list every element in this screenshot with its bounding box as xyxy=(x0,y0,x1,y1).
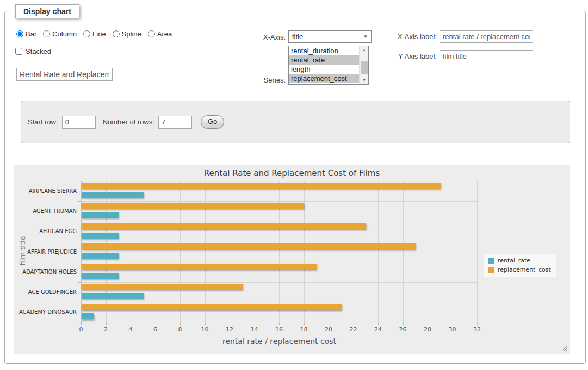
x-axis-title: rental rate / replacement cost xyxy=(81,337,478,346)
bar-replacement_cost-african-egg xyxy=(82,223,366,229)
x-axis-select[interactable]: title ▼ xyxy=(288,30,372,43)
x-tick-label: 30 xyxy=(444,326,461,333)
bar-replacement_cost-ace-goldfinger xyxy=(82,284,243,290)
chart-type-option-label: Line xyxy=(92,30,106,38)
gridline-vertical xyxy=(477,181,478,323)
gridline-horizontal xyxy=(81,242,478,242)
stacked-checkbox[interactable] xyxy=(15,48,22,55)
series-option-length[interactable]: length xyxy=(289,65,359,74)
gridline-vertical xyxy=(106,181,107,323)
bar-rental_rate-ace-goldfinger xyxy=(82,293,144,299)
y-tick-mark xyxy=(78,181,81,181)
y-tick-mark xyxy=(78,201,81,202)
x-tick-label: 22 xyxy=(345,326,362,333)
series-option-rental_rate[interactable]: rental_rate xyxy=(289,55,359,65)
app-screen: Display chart BarColumnLineSplineArea St… xyxy=(0,0,588,370)
y-tick-mark xyxy=(78,282,81,283)
x-tick-label: 24 xyxy=(370,326,386,333)
gridline-vertical xyxy=(205,181,206,323)
chart-type-radio-line[interactable] xyxy=(83,30,90,37)
chart-type-option-column[interactable]: Column xyxy=(43,30,77,38)
gridline-horizontal xyxy=(81,282,478,283)
chart-type-radio-spline[interactable] xyxy=(113,30,120,37)
gridline-vertical xyxy=(329,181,329,323)
legend-swatch-icon xyxy=(488,267,494,273)
chart-type-option-spline[interactable]: Spline xyxy=(113,30,141,38)
gridline-vertical xyxy=(403,181,404,323)
category-label: AFRICAN EGG xyxy=(14,228,77,234)
chevron-down-icon: ▼ xyxy=(363,35,368,39)
gridline-vertical xyxy=(81,181,82,323)
legend-label: replacement_cost xyxy=(498,266,551,273)
chart-type-option-label: Bar xyxy=(26,30,36,38)
series-option-replacement_cost[interactable]: replacement_cost xyxy=(289,74,359,83)
x-tick-label: 20 xyxy=(320,326,337,333)
num-rows-label: Number of rows: xyxy=(103,118,154,126)
chart-type-option-area[interactable]: Area xyxy=(148,30,172,38)
scroll-up-icon[interactable]: ▲ xyxy=(360,46,369,54)
chart-title-input[interactable] xyxy=(16,68,113,81)
chart-type-option-bar[interactable]: Bar xyxy=(16,30,36,38)
series-listbox[interactable]: ▲ ▼ rental_durationrental_ratelengthrepl… xyxy=(288,46,369,85)
resize-handle-icon[interactable] xyxy=(561,346,567,351)
chart-type-option-line[interactable]: Line xyxy=(83,30,106,38)
gridline-vertical xyxy=(230,181,230,323)
bar-rental_rate-affair-prejudice xyxy=(82,253,119,259)
go-button[interactable]: Go xyxy=(201,115,224,129)
category-label: ACADEMY DINOSAUR xyxy=(14,309,77,315)
num-rows-input[interactable] xyxy=(158,116,192,129)
y-axis-label-input[interactable] xyxy=(440,50,533,62)
x-tick-label: 10 xyxy=(197,326,213,333)
gridline-horizontal xyxy=(81,181,478,181)
start-row-label: Start row: xyxy=(28,118,58,126)
series-option-rental_duration[interactable]: rental_duration xyxy=(289,46,359,55)
chart-type-radio-group: BarColumnLineSplineArea xyxy=(16,30,172,38)
x-axis-select-label: X-Axis: xyxy=(239,33,286,41)
chart-type-option-label: Spline xyxy=(122,30,141,38)
bar-rental_rate-airplane-sierra xyxy=(82,192,144,198)
fieldset-legend-title: Display chart xyxy=(15,4,79,18)
plot-area xyxy=(81,181,478,323)
legend-swatch-icon xyxy=(488,258,494,264)
category-label: ACE GOLDFINGER xyxy=(14,289,77,295)
x-tick-label: 0 xyxy=(73,326,89,333)
category-label: AGENT TRUMAN xyxy=(14,208,77,214)
scrollbar-thumb[interactable] xyxy=(361,61,368,74)
gridline-horizontal xyxy=(81,303,478,303)
legend-label: rental_rate xyxy=(498,257,530,264)
bar-rental_rate-academy-dinosaur xyxy=(82,313,94,319)
legend-item-replacement_cost[interactable]: replacement_cost xyxy=(488,266,551,273)
gridline-horizontal xyxy=(81,201,478,202)
gridline-vertical xyxy=(180,181,181,323)
y-axis-label-caption: Y-Axis label: xyxy=(386,52,437,60)
x-tick-label: 16 xyxy=(271,326,287,333)
stacked-option[interactable]: Stacked xyxy=(15,47,51,55)
chart-type-radio-bar[interactable] xyxy=(16,30,23,37)
x-axis-selected-value: title xyxy=(292,33,303,41)
gridline-vertical xyxy=(131,181,131,323)
row-range-controls: Start row: Number of rows: Go xyxy=(28,115,224,129)
scroll-down-icon[interactable]: ▼ xyxy=(360,77,369,84)
chart-type-radio-area[interactable] xyxy=(148,30,155,37)
gridline-vertical xyxy=(156,181,156,323)
x-tick-label: 32 xyxy=(469,326,485,333)
y-tick-mark xyxy=(78,262,81,262)
chart-type-radio-column[interactable] xyxy=(43,30,50,37)
y-tick-mark xyxy=(78,222,81,222)
chart-legend: rental_ratereplacement_cost xyxy=(484,254,556,277)
row-range-panel: Start row: Number of rows: Go xyxy=(21,101,570,143)
listbox-scrollbar[interactable]: ▲ ▼ xyxy=(359,46,368,84)
gridline-vertical xyxy=(304,181,305,323)
start-row-input[interactable] xyxy=(62,116,96,129)
gridline-horizontal xyxy=(81,323,478,323)
bar-replacement_cost-adaptation-holes xyxy=(82,264,317,269)
x-axis-label-input[interactable] xyxy=(440,30,533,43)
gridline-vertical xyxy=(279,181,280,323)
gridline-vertical xyxy=(255,181,255,323)
x-tick-label: 2 xyxy=(98,326,114,333)
gridline-horizontal xyxy=(81,222,478,222)
legend-item-rental_rate[interactable]: rental_rate xyxy=(488,257,551,264)
y-tick-mark xyxy=(78,242,81,242)
x-tick-label: 26 xyxy=(395,326,411,333)
series-listbox-label: Series: xyxy=(239,76,286,84)
